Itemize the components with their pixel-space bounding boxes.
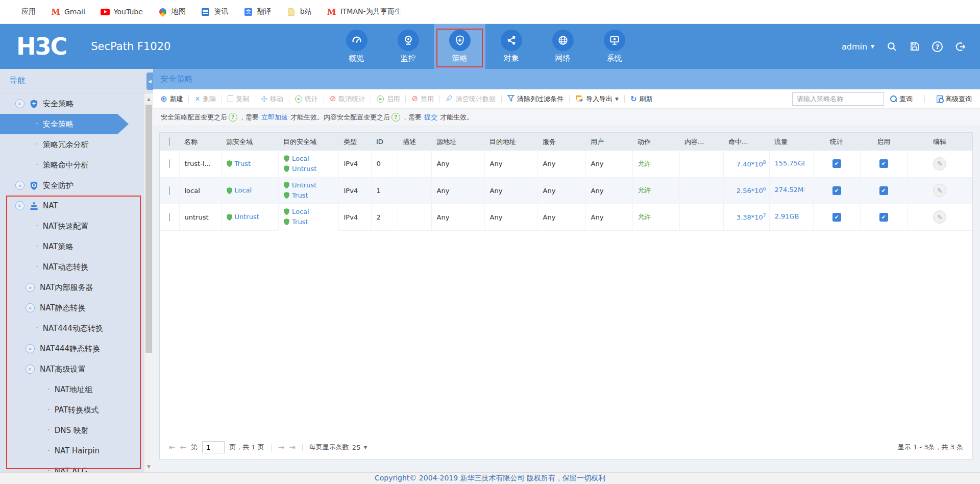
next-page-icon[interactable]: →: [278, 443, 285, 452]
edit-pencil-button[interactable]: ✎: [933, 157, 946, 171]
sidebar-item-nat-static[interactable]: » NAT静态转换: [0, 298, 144, 318]
bookmark-news[interactable]: 资讯: [201, 7, 229, 16]
sidebar-item-nat-policy[interactable]: · NAT策略: [0, 236, 144, 257]
enable-button[interactable]: ▶ 启用: [377, 94, 400, 104]
prev-page-icon[interactable]: ←: [180, 443, 187, 452]
chevron-collapsed-icon[interactable]: »: [26, 344, 35, 353]
enable-checkbox-checked[interactable]: ✔: [879, 159, 888, 168]
col-src-zone[interactable]: 源安全域: [221, 133, 278, 151]
sidebar-item-nat-hairpin[interactable]: · NAT Hairpin: [0, 441, 144, 461]
sidebar-item-security-policy-group[interactable]: » 安全策略: [0, 93, 144, 114]
policy-search-input[interactable]: [792, 92, 884, 106]
help-icon[interactable]: ?: [932, 41, 943, 52]
save-icon[interactable]: [910, 41, 920, 52]
user-menu[interactable]: admin ▼: [842, 42, 874, 52]
scroll-up-icon[interactable]: ▲: [144, 96, 153, 102]
col-dst-addr[interactable]: 目的地址: [484, 133, 537, 151]
import-export-button[interactable]: 导入导出 ▼: [575, 94, 619, 104]
zone-link[interactable]: Trust: [284, 190, 338, 201]
sidebar-item-nat444-dynamic[interactable]: · NAT444动态转换: [0, 318, 144, 338]
sidebar-item-policy-redundancy[interactable]: · 策略冗余分析: [0, 134, 144, 155]
advanced-query-button[interactable]: 高级查询: [937, 94, 972, 104]
delete-button[interactable]: ✕ 删除: [194, 94, 216, 104]
chevron-expanded-icon[interactable]: »: [26, 365, 35, 374]
new-button[interactable]: ⊕ 新建: [160, 94, 183, 104]
hit-count-link[interactable]: 7.40*108: [723, 151, 769, 177]
last-page-icon[interactable]: ⇥: [289, 443, 296, 452]
bookmark-gmail[interactable]: M Gmail: [51, 7, 85, 16]
refresh-button[interactable]: ↻ 刷新: [630, 94, 653, 104]
disable-button[interactable]: ⊘ 禁用: [411, 94, 434, 104]
sidebar-item-security-protection-group[interactable]: » 安全防护: [0, 175, 144, 196]
hit-count-link[interactable]: 3.38*107: [723, 204, 769, 230]
table-row[interactable]: local Local Untrust Trust IPv4 1 Any Any: [160, 177, 972, 204]
nav-overview[interactable]: 概览: [331, 24, 382, 69]
stats-button[interactable]: ▶ 统计: [295, 94, 318, 104]
chevron-expanded-icon[interactable]: »: [15, 99, 24, 108]
table-row[interactable]: untrust Untrust Local Trust IPv4 2 Any A…: [160, 204, 972, 230]
chevron-expanded-icon[interactable]: »: [15, 201, 24, 210]
sidebar-item-security-policy[interactable]: · 安全策略: [0, 114, 129, 134]
help-question-icon[interactable]: ?: [229, 113, 237, 122]
h3c-logo[interactable]: H3C: [16, 35, 66, 58]
sidebar-item-nat-address-group[interactable]: · NAT地址组: [0, 379, 144, 400]
col-dst-zone[interactable]: 目的安全域: [278, 133, 338, 151]
bookmark-youtube[interactable]: YouTube: [101, 7, 143, 16]
col-id[interactable]: ID: [371, 133, 398, 151]
col-hits[interactable]: 命中...: [723, 133, 769, 151]
scroll-down-icon[interactable]: ▼: [144, 464, 153, 469]
sidebar-item-nat-alg[interactable]: · NAT ALG: [0, 461, 144, 472]
select-all-checkbox[interactable]: [169, 137, 170, 146]
sidebar-scrollbar[interactable]: ▲ ▼: [144, 93, 153, 472]
chevron-collapsed-icon[interactable]: »: [26, 283, 35, 292]
zone-link[interactable]: Trust: [284, 217, 338, 227]
zone-link[interactable]: Trust: [227, 159, 279, 169]
sidebar-collapse-toggle[interactable]: ◀: [146, 72, 153, 90]
col-service[interactable]: 服务: [537, 133, 585, 151]
query-button[interactable]: 查询: [890, 94, 913, 104]
row-checkbox[interactable]: [169, 213, 170, 222]
traffic-link[interactable]: 155.75GB: [775, 159, 804, 167]
table-row[interactable]: trust-l... Trust Local Untrust IPv4 0 An…: [160, 151, 972, 177]
traffic-link[interactable]: 2.91GB: [775, 212, 799, 220]
nav-network[interactable]: 网络: [537, 24, 589, 69]
zone-link[interactable]: Untrust: [284, 180, 338, 190]
hit-count-link[interactable]: 2.56*106: [723, 177, 769, 204]
nav-system[interactable]: 系统: [589, 24, 640, 69]
submit-link[interactable]: 提交: [424, 113, 437, 122]
bookmark-translate[interactable]: 文 翻译: [244, 7, 272, 16]
zone-link[interactable]: Untrust: [227, 212, 279, 222]
col-type[interactable]: 类型: [338, 133, 371, 151]
bookmark-itman[interactable]: M ITMAN-为共享而生: [327, 7, 402, 16]
col-src-addr[interactable]: 源地址: [431, 133, 484, 151]
col-enable[interactable]: 启用: [860, 133, 907, 151]
sidebar-item-policy-hit-analysis[interactable]: · 策略命中分析: [0, 155, 144, 175]
clear-stats-button[interactable]: 清空统计数据: [446, 94, 496, 104]
row-checkbox[interactable]: [169, 186, 170, 195]
col-name[interactable]: 名称: [179, 133, 221, 151]
clear-filter-button[interactable]: 清除列过滤条件: [507, 94, 564, 104]
help-question-icon[interactable]: ?: [391, 113, 400, 122]
edit-pencil-button[interactable]: ✎: [933, 210, 946, 224]
sidebar-item-dns-mapping[interactable]: · DNS 映射: [0, 420, 144, 441]
col-desc[interactable]: 描述: [398, 133, 431, 151]
col-traffic[interactable]: 流量: [769, 133, 813, 151]
enable-checkbox-checked[interactable]: ✔: [879, 186, 888, 195]
col-stats[interactable]: 统计: [813, 133, 860, 151]
col-user[interactable]: 用户: [585, 133, 632, 151]
sidebar-item-nat-advanced[interactable]: » NAT高级设置: [0, 359, 144, 379]
copy-button[interactable]: 复制: [228, 94, 249, 104]
bookmark-maps[interactable]: 地图: [158, 7, 186, 16]
bookmark-apps[interactable]: 应用: [8, 7, 36, 16]
col-edit[interactable]: 编辑: [907, 133, 972, 151]
sidebar-item-pat-mode[interactable]: · PAT转换模式: [0, 400, 144, 420]
sidebar-item-nat-quick-config[interactable]: · NAT快速配置: [0, 216, 144, 236]
zone-link[interactable]: Local: [284, 154, 338, 164]
zone-link[interactable]: Local: [227, 185, 279, 196]
enable-checkbox-checked[interactable]: ✔: [879, 213, 888, 222]
sidebar-item-nat444-static[interactable]: » NAT444静态转换: [0, 338, 144, 359]
scrollbar-thumb[interactable]: [145, 105, 152, 353]
nav-monitor[interactable]: 监控: [382, 24, 434, 69]
zone-link[interactable]: Local: [284, 207, 338, 217]
move-button[interactable]: ✣ 移动: [261, 94, 283, 104]
